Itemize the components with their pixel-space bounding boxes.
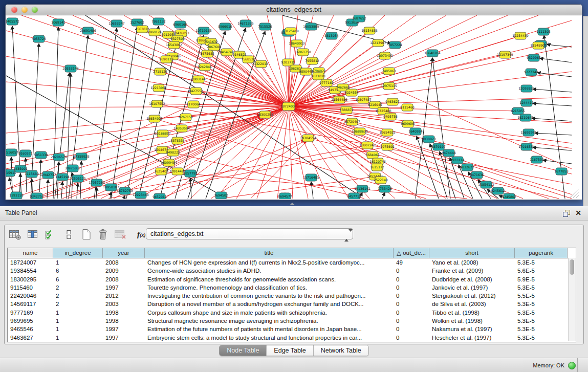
graph-node[interactable]: 8471636 xyxy=(470,171,484,179)
graph-node[interactable]: 1640954 xyxy=(408,128,423,135)
graph-node[interactable]: 15166857 xyxy=(155,130,171,137)
graph-node[interactable]: 5051339 xyxy=(34,151,48,159)
table-row[interactable]: 2242004622012Investigating the contribut… xyxy=(8,292,576,300)
graph-node[interactable]: 9115460 xyxy=(400,104,415,111)
graph-node[interactable]: 1527602 xyxy=(130,19,144,26)
graph-node[interactable]: 3915911 xyxy=(6,169,16,177)
graph-node[interactable]: 16654925 xyxy=(146,115,163,122)
graph-node[interactable]: 9495756 xyxy=(383,113,398,120)
graph-node[interactable]: 16053809 xyxy=(303,23,319,30)
graph-node[interactable]: 7625402 xyxy=(154,168,168,175)
table-source-select[interactable]: citations_edges.txt xyxy=(146,228,353,239)
graph-node[interactable]: 10688639 xyxy=(352,128,368,135)
graph-node[interactable]: 8966016 xyxy=(218,23,232,30)
table-row[interactable]: 1872400712008Changes of HCN gene express… xyxy=(8,258,576,267)
graph-node[interactable]: 7515526 xyxy=(258,23,272,30)
graph-node[interactable]: 2803144 xyxy=(191,76,206,83)
graph-node[interactable]: 12254439 xyxy=(512,32,529,39)
panel-splitter-handle-icon[interactable] xyxy=(290,203,295,205)
graph-node[interactable]: 9227342 xyxy=(524,69,538,76)
graph-node[interactable]: 7955812 xyxy=(305,57,319,64)
graph-node[interactable]: 2405572 xyxy=(6,18,19,25)
row-checks-icon[interactable] xyxy=(43,228,56,241)
graph-node[interactable]: 12923468 xyxy=(133,191,149,199)
graph-node[interactable]: 30975887 xyxy=(64,165,81,172)
graph-node[interactable]: 14136141 xyxy=(354,185,371,192)
graph-node[interactable]: 10973493 xyxy=(377,52,393,59)
graph-node[interactable]: 16782759 xyxy=(117,187,133,194)
graph-node[interactable]: 9457712 xyxy=(347,193,361,199)
graph-node[interactable]: 18807243 xyxy=(359,142,376,149)
graph-node[interactable]: 9242844 xyxy=(198,63,212,71)
graph-node[interactable]: 1115680 xyxy=(25,170,39,178)
column-header-short[interactable]: short xyxy=(429,248,515,258)
graph-node[interactable]: 8960124 xyxy=(147,29,162,36)
tab-network-table[interactable]: Network Table xyxy=(313,345,368,356)
graph-node[interactable]: 2867608 xyxy=(207,43,221,51)
graph-node[interactable]: 10719185 xyxy=(195,27,212,34)
graph-node[interactable]: 11548908 xyxy=(530,42,547,49)
graph-node[interactable]: 1322013 xyxy=(254,60,268,68)
graph-node[interactable]: 16099484 xyxy=(161,159,177,166)
table-row[interactable]: 946554611997Estimation of the future num… xyxy=(8,325,576,333)
graph-node[interactable]: 16107552 xyxy=(149,100,165,107)
graph-node[interactable]: 2687652 xyxy=(352,15,366,22)
graph-node[interactable]: 12197349 xyxy=(497,51,513,58)
column-header-out_degree[interactable]: △ out_de... xyxy=(394,248,429,258)
column-header-pagerank[interactable]: pagerank xyxy=(515,248,568,258)
graph-node[interactable]: 19654923 xyxy=(379,129,396,136)
graph-node[interactable]: 16648784 xyxy=(424,50,441,57)
graph-node[interactable]: 6879197 xyxy=(431,143,446,150)
graph-node[interactable]: 8215955 xyxy=(511,107,525,115)
table-row[interactable]: 1456911722003Disruption of a novel membe… xyxy=(8,300,576,308)
graph-node[interactable]: 12213987 xyxy=(150,84,167,92)
graph-node[interactable]: 20206576 xyxy=(51,154,67,161)
graph-node[interactable]: 12975115 xyxy=(381,82,397,90)
close-panel-icon[interactable]: ✕ xyxy=(575,209,581,217)
graph-node[interactable]: 4055724 xyxy=(32,35,46,42)
graph-node[interactable]: 7832621 xyxy=(460,164,474,171)
table-settings-icon[interactable] xyxy=(8,228,23,241)
delete-icon[interactable] xyxy=(96,228,110,241)
network-graph[interactable]: 2405572405572430691412069140610653247152… xyxy=(6,15,581,199)
graph-node[interactable]: 1145194 xyxy=(55,173,70,181)
graph-node[interactable]: 9245802 xyxy=(502,193,516,199)
minimize-window-icon[interactable] xyxy=(21,7,28,13)
table-row[interactable]: 1938455462009Genome-wide association stu… xyxy=(8,267,576,275)
show-columns-icon[interactable] xyxy=(26,228,40,241)
table-vertical-scrollbar[interactable] xyxy=(568,258,576,341)
tab-edge-table[interactable]: Edge Table xyxy=(266,345,313,356)
column-header-title[interactable]: title xyxy=(145,248,394,258)
graph-node[interactable]: 9699695 xyxy=(401,120,415,127)
graph-node[interactable]: 1170064 xyxy=(186,101,201,108)
graph-node[interactable]: 20691406 xyxy=(80,27,96,34)
scrollbar-thumb[interactable] xyxy=(570,259,574,275)
graph-node[interactable]: 7861132 xyxy=(151,18,166,25)
column-header-year[interactable]: year xyxy=(103,248,145,258)
table-row[interactable]: 911546021997Tourette syndrome. Phenomeno… xyxy=(8,283,576,292)
graph-node[interactable]: 15716485 xyxy=(303,174,319,181)
graph-node[interactable]: 1677853 xyxy=(554,168,569,175)
graph-hub-node[interactable]: 18724007 xyxy=(280,102,297,111)
graph-node[interactable]: 9342757 xyxy=(30,193,44,199)
graph-node[interactable]: 7975692 xyxy=(380,143,395,150)
graph-node[interactable]: 15720407 xyxy=(344,118,360,125)
graph-node[interactable]: 9329965 xyxy=(527,54,541,61)
graph-node[interactable]: 2516057 xyxy=(6,149,18,156)
graph-node[interactable]: 10807487 xyxy=(355,96,372,103)
graph-node[interactable]: 7857224 xyxy=(388,41,402,49)
graph-node[interactable]: 2933114 xyxy=(450,157,465,164)
graph-node[interactable]: 17359928 xyxy=(73,153,90,160)
float-panel-icon[interactable] xyxy=(563,210,570,216)
graph-node[interactable]: 9160571 xyxy=(18,150,33,157)
table-row[interactable]: 977716911998Corpus callosum shape and si… xyxy=(8,309,576,317)
graph-node[interactable]: 19384554 xyxy=(300,135,316,142)
graph-node[interactable]: 13125419 xyxy=(282,28,299,35)
table-row[interactable]: 1830029562008Estimation of significance … xyxy=(8,275,576,283)
graph-node[interactable]: 14671385 xyxy=(237,20,254,27)
table-panel-titlebar[interactable]: Table Panel ✕ xyxy=(0,206,588,221)
new-document-icon[interactable] xyxy=(80,228,93,241)
graph-node[interactable]: 20553146 xyxy=(62,65,79,72)
graph-node[interactable]: 3675685 xyxy=(200,50,214,57)
graph-node[interactable]: 8454749 xyxy=(220,49,234,56)
